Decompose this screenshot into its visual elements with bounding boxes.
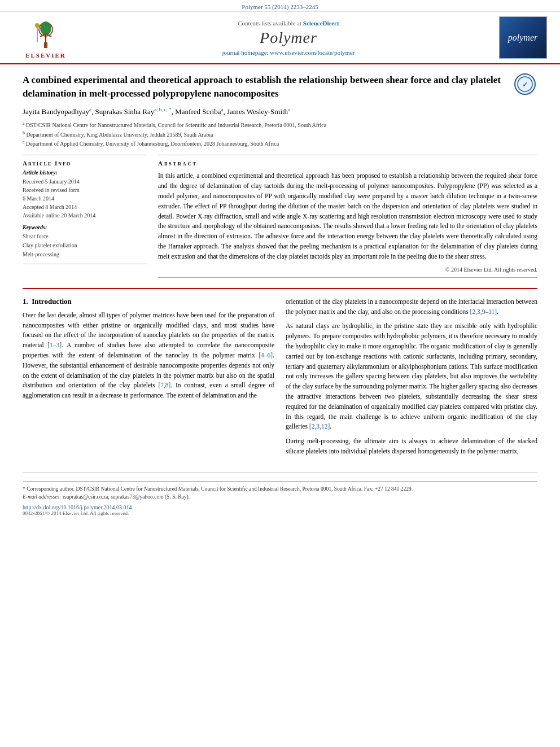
elsevier-logo: ELSEVIER [25, 17, 66, 59]
right-para-3: During melt-processing, the ultimate aim… [286, 436, 537, 457]
journal-header: ELSEVIER Contents lists available at Sci… [0, 12, 560, 64]
article-info-column: Article Info Article history: Received 5… [23, 155, 147, 277]
journal-center-info: Contents lists available at ScienceDirec… [82, 20, 495, 56]
svg-point-3 [40, 21, 51, 35]
affiliations: a DST/CSIR National Centre for Nanostruc… [23, 120, 537, 148]
section-title: Introduction [32, 297, 72, 305]
article-title: A combined experimental and theoretical … [23, 73, 512, 101]
authors-line: Jayita Bandyopadhyaya, Suprakas Sinha Ra… [23, 106, 537, 117]
keyword-2: Clay platelet exfoliation [23, 241, 147, 250]
right-para-1: orientation of the clay platelets in a n… [286, 297, 537, 317]
main-content: 1. Introduction Over the last decade, al… [23, 288, 537, 461]
svg-text:✓: ✓ [522, 81, 528, 89]
author-4: James Wesley-Smith [227, 107, 288, 116]
article-info-box: Article Info Article history: Received 5… [23, 155, 147, 264]
footnote-rule [23, 481, 537, 482]
received-date: Received 5 January 2014 [23, 177, 147, 186]
journal-name: Polymer [82, 29, 495, 47]
abstract-section: Abstract In this article, a combined exp… [158, 155, 537, 277]
elsevier-logo-area: ELSEVIER [9, 17, 82, 59]
abstract-title: Abstract [158, 160, 537, 167]
right-para-2: As natural clays are hydrophilic, in the… [286, 321, 537, 432]
issn-line: 0032-3861/© 2014 Elsevier Ltd. All right… [23, 510, 537, 516]
history-title: Article history: [23, 169, 147, 176]
intro-heading: 1. Introduction [23, 297, 274, 306]
affiliation-c: c Department of Applied Chemistry, Unive… [23, 139, 537, 148]
doi-line[interactable]: http://dx.doi.org/10.1016/j.polymer.2014… [23, 504, 537, 510]
abstract-text: In this article, a combined experimental… [158, 171, 537, 261]
journal-ref-text: Polymer 55 (2014) 2233–2245 [242, 3, 318, 10]
revised-date: Received in revised form6 March 2014 [23, 186, 147, 203]
svg-point-7 [35, 23, 40, 28]
elsevier-brand-text: ELSEVIER [25, 52, 66, 59]
accepted-date: Accepted 8 March 2014 [23, 203, 147, 211]
affiliation-b: b Department of Chemistry, King Abdulazi… [23, 130, 537, 139]
intro-paragraph-1: Over the last decade, almost all types o… [23, 311, 274, 401]
article-title-section: A combined experimental and theoretical … [23, 73, 537, 101]
sciencedirect-link[interactable]: ScienceDirect [303, 20, 339, 27]
copyright-text: © 2014 Elsevier Ltd. All rights reserved… [158, 267, 537, 273]
article-container: A combined experimental and theoretical … [0, 64, 560, 525]
body-right-column: orientation of the clay platelets in a n… [286, 297, 537, 461]
elsevier-tree-icon [29, 17, 63, 51]
article-info-title: Article Info [23, 160, 147, 167]
email-line: E-mail addresses: rsuprakas@csir.co.za, … [23, 493, 537, 501]
info-abstract-section: Article Info Article history: Received 5… [23, 155, 537, 277]
crossmark-icon: ✓ [514, 73, 536, 95]
svg-rect-6 [44, 42, 47, 48]
keywords-title: Keywords: [23, 224, 147, 230]
polymer-cover-image: polymer [499, 16, 547, 59]
crossmark-badge[interactable]: ✓ [512, 73, 537, 95]
corresponding-author-note: * Corresponding author. DST/CSIR Nationa… [23, 485, 537, 493]
keywords-section: Keywords: Shear force Clay platelet exfo… [23, 224, 147, 259]
keyword-3: Melt-processing [23, 250, 147, 259]
section-number: 1. [23, 297, 28, 305]
journal-homepage: journal homepage: www.elsevier.com/locat… [82, 49, 495, 56]
crossmark-svg: ✓ [517, 76, 533, 92]
sciencedirect-line: Contents lists available at ScienceDirec… [82, 20, 495, 27]
keyword-1: Shear force [23, 232, 147, 241]
journal-cover: polymer [495, 16, 551, 59]
available-date: Available online 20 March 2014 [23, 211, 147, 220]
body-columns: 1. Introduction Over the last decade, al… [23, 297, 537, 461]
author-1: Jayita Bandyopadhyay [23, 107, 89, 116]
footer-area: * Corresponding author. DST/CSIR Nationa… [23, 473, 537, 517]
body-left-column: 1. Introduction Over the last decade, al… [23, 297, 274, 461]
abstract-column: Abstract In this article, a combined exp… [158, 155, 537, 277]
author-3: Manfred Scriba [175, 107, 221, 116]
author-2: Suprakas Sinha Ray [95, 107, 155, 116]
journal-reference: Polymer 55 (2014) 2233–2245 [0, 0, 560, 12]
affiliation-a: a DST/CSIR National Centre for Nanostruc… [23, 120, 537, 129]
